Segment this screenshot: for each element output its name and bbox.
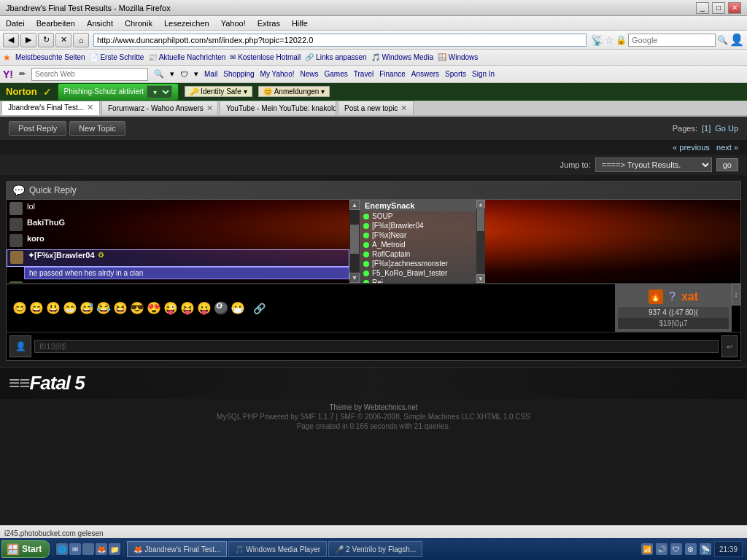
- chat-scroll-side[interactable]: ↕: [732, 284, 740, 332]
- tab-close-post[interactable]: ✕: [400, 104, 407, 113]
- yahoo-myyahoo-link[interactable]: My Yahoo!: [260, 70, 295, 78]
- taskbar-ventrilo-button[interactable]: 🎤 2 Ventrilo by Flagsh...: [328, 541, 422, 557]
- menu-hilfe[interactable]: Hilfe: [289, 18, 311, 29]
- refresh-button[interactable]: ↻: [38, 33, 54, 47]
- quicklaunch-misc-icon[interactable]: 📁: [109, 543, 120, 555]
- quicklaunch-ie-icon[interactable]: 🌐: [56, 543, 68, 555]
- scroll-down-button[interactable]: ▼: [349, 273, 360, 283]
- users-scroll-thumb[interactable]: [477, 209, 484, 231]
- tab-youtube[interactable]: YouTube - Mein YouTube: knakolo ✕: [220, 101, 336, 115]
- menu-lesezeichen[interactable]: Lesezeichen: [161, 18, 212, 29]
- menu-yahoo[interactable]: Yahoo!: [218, 18, 249, 29]
- tray-norton-icon[interactable]: 🛡: [670, 543, 682, 555]
- yahoo-signin-link[interactable]: Sign In: [472, 70, 495, 78]
- menu-bearbeiten[interactable]: Bearbeiten: [34, 18, 78, 29]
- forward-button[interactable]: ▶: [20, 33, 36, 47]
- emoji-mask[interactable]: 😷: [231, 301, 245, 315]
- emoji-8ball[interactable]: 🎱: [214, 301, 228, 315]
- emoji-smile[interactable]: 😊: [12, 301, 27, 315]
- emoji-heart-eyes[interactable]: 😍: [147, 301, 161, 315]
- emoji-laugh[interactable]: 😄: [29, 301, 44, 315]
- bookmark-hotmail[interactable]: ✉ Kostenlose Hotmail: [230, 53, 301, 61]
- yahoo-news-link[interactable]: News: [301, 70, 319, 78]
- quicklaunch-email-icon[interactable]: ✉: [69, 543, 81, 555]
- maximize-button[interactable]: □: [712, 2, 725, 14]
- menu-datei[interactable]: Datei: [3, 18, 28, 29]
- chat-submit-button[interactable]: ↩: [721, 335, 738, 357]
- minimize-button[interactable]: _: [696, 2, 709, 14]
- emoji-big-grin[interactable]: 😁: [63, 301, 77, 315]
- tab-close-final-test[interactable]: ✕: [87, 103, 93, 112]
- tab-forumwarz[interactable]: Forumwarz - Wahoo Answers ✕: [101, 101, 218, 115]
- xat-fire-icon[interactable]: 🔥: [649, 289, 663, 304]
- chat-avatar-button[interactable]: 👤: [9, 335, 31, 357]
- go-up-link[interactable]: Go Up: [715, 124, 738, 133]
- user-icon[interactable]: 👤: [729, 33, 744, 47]
- bookmark-links[interactable]: 🔗 Links anpassen: [305, 53, 366, 61]
- xat-question-icon[interactable]: ?: [669, 290, 676, 303]
- taskbar-mediaplayer-button[interactable]: 🎵 Windows Media Player: [228, 541, 327, 557]
- chat-side-scroll[interactable]: ↕: [732, 284, 740, 306]
- prev-link[interactable]: « previous: [673, 143, 710, 152]
- yahoo-search-input[interactable]: [31, 68, 148, 81]
- list-item[interactable]: [F%x]zachnessmonster: [360, 259, 476, 268]
- yahoo-games-link[interactable]: Games: [325, 70, 348, 78]
- bookmark-nachrichten[interactable]: 📰 Aktuelle Nachrichten: [148, 53, 225, 61]
- norton-dropdown[interactable]: ▾: [147, 85, 172, 98]
- list-item[interactable]: A_Metroid: [360, 240, 476, 249]
- chat-username[interactable]: BakiThuG: [27, 218, 65, 227]
- emoji-neutral[interactable]: 😛: [197, 301, 212, 315]
- tab-final-test[interactable]: Jbandrew's Final Test... ✕: [1, 101, 100, 115]
- emoji-wink[interactable]: 😜: [163, 301, 178, 315]
- list-item[interactable]: SOUP: [360, 211, 476, 221]
- bookmark-meistbesuchte[interactable]: Meistbesuchte Seiten: [15, 53, 85, 61]
- scroll-up-button[interactable]: ▲: [349, 200, 360, 210]
- yahoo-sports-link[interactable]: Sports: [445, 70, 466, 78]
- emoji-lol[interactable]: 😂: [96, 301, 111, 315]
- emoji-sweat[interactable]: 😅: [80, 301, 94, 315]
- new-topic-button[interactable]: New Topic: [69, 121, 125, 136]
- users-scroll-up[interactable]: ▲: [476, 200, 485, 209]
- post-reply-button[interactable]: Post Reply: [9, 121, 66, 136]
- menu-ansicht[interactable]: Ansicht: [84, 18, 116, 29]
- identity-safe-button[interactable]: 🔑 Identity Safe ▾: [185, 86, 252, 97]
- list-item[interactable]: [F%x]Brawler04: [360, 221, 476, 230]
- yahoo-shopping-link[interactable]: Shopping: [223, 70, 254, 78]
- bookmark-erste-schritte[interactable]: 📄 Erste Schritte: [90, 53, 144, 61]
- tray-sound-icon[interactable]: 🔊: [656, 543, 667, 555]
- chat-input-field[interactable]: f013|8$: [34, 340, 719, 353]
- yahoo-travel-link[interactable]: Travel: [354, 70, 374, 78]
- emoji-link-icon[interactable]: 🔗: [253, 303, 266, 314]
- tray-network-icon[interactable]: 📶: [641, 543, 653, 555]
- search-input[interactable]: [628, 34, 716, 47]
- tab-close-forumwarz[interactable]: ✕: [206, 104, 213, 113]
- address-bar[interactable]: [93, 34, 587, 47]
- anmeldungen-button[interactable]: 😊 Anmeldungen ▾: [258, 86, 330, 97]
- users-scroll-down[interactable]: ▼: [476, 274, 485, 283]
- yahoo-answers-link[interactable]: Answers: [411, 70, 439, 78]
- taskbar-final-test-button[interactable]: 🦊 Jbandrew's Final Test...: [127, 541, 227, 557]
- scroll-thumb[interactable]: [350, 225, 359, 254]
- emoji-grin[interactable]: 😃: [46, 301, 61, 315]
- start-button[interactable]: 🪟 Start: [1, 540, 50, 558]
- list-item[interactable]: F5_KoRo_Brawl_tester: [360, 268, 476, 278]
- list-item[interactable]: [F%x]Near: [360, 230, 476, 240]
- chat-scrollbar[interactable]: ▲ ▼: [349, 200, 360, 283]
- chat-username[interactable]: koro: [27, 234, 44, 243]
- tab-post-topic[interactable]: Post a new topic ✕: [338, 101, 414, 115]
- menu-extras[interactable]: Extras: [255, 18, 283, 29]
- stop-button[interactable]: ✕: [55, 33, 71, 47]
- chat-username[interactable]: ✦[F%x]Brawler04: [28, 251, 95, 260]
- quicklaunch-firefox-icon[interactable]: 🦊: [96, 543, 107, 555]
- home-button[interactable]: ⌂: [73, 33, 89, 47]
- emoji-cool[interactable]: 😆: [113, 301, 128, 315]
- emoji-tongue[interactable]: 😝: [180, 301, 195, 315]
- list-item[interactable]: Rei: [360, 278, 476, 283]
- yahoo-mail-dropdown-icon[interactable]: ▾: [194, 69, 198, 79]
- bookmark-star-icon[interactable]: ☆: [605, 34, 614, 46]
- next-link[interactable]: next »: [716, 143, 738, 152]
- tray-misc-icon[interactable]: ⚙: [685, 543, 697, 555]
- quicklaunch-media-icon[interactable]: 🎵: [82, 543, 94, 555]
- users-scrollbar[interactable]: ▲ ▼: [476, 200, 485, 283]
- yahoo-mail-link[interactable]: Mail: [204, 70, 217, 78]
